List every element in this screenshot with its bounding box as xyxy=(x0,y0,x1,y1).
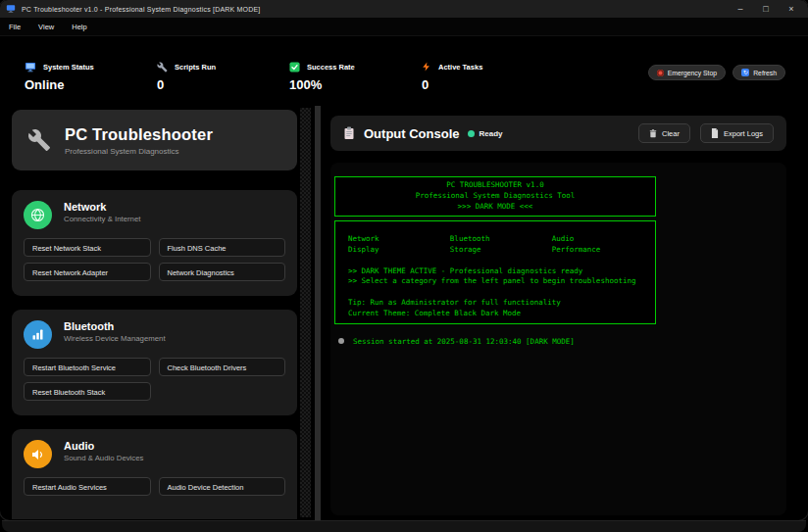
stat-active-tasks: Active Tasks 0 xyxy=(422,61,482,92)
sidebar-scrollbar[interactable] xyxy=(300,108,311,517)
reset-network-adapter-button[interactable]: Reset Network Adapter xyxy=(24,263,151,281)
console-line: PC TROUBLESHOOTER v1.0 xyxy=(335,180,655,191)
console-line: Network Bluetooth Audio xyxy=(348,234,655,245)
ready-status-dot xyxy=(468,130,475,137)
network-diagnostics-button[interactable]: Network Diagnostics xyxy=(159,263,286,281)
console-line xyxy=(348,256,655,266)
console-line: Current Theme: Complete Black Dark Mode xyxy=(348,309,655,319)
stat-value: 0 xyxy=(157,77,216,92)
app-title: PC Troubleshooter xyxy=(65,125,213,144)
stat-label: Scripts Run xyxy=(175,63,216,72)
clipboard-icon xyxy=(343,126,355,140)
console-line: >> Select a category from the left panel… xyxy=(348,276,655,287)
restart-bluetooth-service-button[interactable]: Restart Bluetooth Service xyxy=(24,358,151,376)
category-card-bluetooth: Bluetooth Wireless Device Management Res… xyxy=(12,310,297,415)
menu-bar: File View Help xyxy=(0,18,808,36)
reset-bluetooth-stack-button[interactable]: Reset Bluetooth Stack xyxy=(24,382,151,401)
emergency-stop-button[interactable]: Emergency Stop xyxy=(648,65,726,80)
sidebar: PC Troubleshooter Professional System Di… xyxy=(12,110,297,519)
menu-file[interactable]: File xyxy=(9,23,21,31)
window-bottom-edge xyxy=(2,520,806,532)
monitor-icon xyxy=(25,62,36,73)
audio-device-detection-button[interactable]: Audio Device Detection xyxy=(159,477,286,496)
clear-label: Clear xyxy=(662,129,680,138)
title-bar: PC Troubleshooter v1.0 - Professional Sy… xyxy=(0,0,808,18)
globe-icon xyxy=(24,201,52,229)
console-line xyxy=(348,223,655,234)
app-icon xyxy=(6,4,16,14)
console-line: >> DARK THEME ACTIVE - Professional diag… xyxy=(348,266,655,277)
restart-audio-services-button[interactable]: Restart Audio Services xyxy=(24,477,151,496)
console-title: Output Console xyxy=(364,126,460,141)
check-icon xyxy=(289,62,300,73)
clear-button[interactable]: Clear xyxy=(638,123,690,143)
check-bluetooth-drivers-button[interactable]: Check Bluetooth Drivers xyxy=(159,358,286,376)
close-button[interactable]: × xyxy=(781,2,802,16)
category-card-audio: Audio Sound & Audio Devices Restart Audi… xyxy=(12,429,297,519)
bolt-icon xyxy=(422,61,431,73)
window-title: PC Troubleshooter v1.0 - Professional Sy… xyxy=(22,6,261,13)
stat-scripts-run: Scripts Run 0 xyxy=(157,61,216,92)
speaker-icon xyxy=(24,440,52,468)
stat-system-status: System Status Online xyxy=(25,61,94,92)
panel-splitter[interactable] xyxy=(315,106,321,520)
sidebar-header-card: PC Troubleshooter Professional System Di… xyxy=(12,110,297,170)
console-body-box: Network Bluetooth Audio Display Storage … xyxy=(334,220,656,323)
emergency-stop-label: Emergency Stop xyxy=(668,70,717,76)
refresh-button[interactable]: ↻ Refresh xyxy=(732,65,785,80)
console-panel: Output Console Ready Clear Export Logs P… xyxy=(330,106,786,520)
export-logs-label: Export Logs xyxy=(724,129,763,138)
stat-value: 100% xyxy=(289,77,355,92)
refresh-label: Refresh xyxy=(753,70,777,76)
stat-label: Success Rate xyxy=(307,63,355,72)
console-line: Professional System Diagnostics Tool xyxy=(335,191,655,202)
main-area: PC Troubleshooter Professional System Di… xyxy=(0,106,808,520)
stat-value: Online xyxy=(25,77,94,92)
category-title: Audio xyxy=(64,440,144,452)
console-header: Output Console Ready Clear Export Logs xyxy=(330,116,786,151)
category-title: Network xyxy=(64,201,140,213)
category-card-network: Network Connectivity & Internet Reset Ne… xyxy=(12,190,297,296)
stat-label: Active Tasks xyxy=(438,63,482,72)
stat-success-rate: Success Rate 100% xyxy=(289,61,355,92)
maximize-button[interactable]: □ xyxy=(755,2,777,16)
signal-icon xyxy=(24,320,52,349)
ready-status-label: Ready xyxy=(480,129,503,138)
trash-icon xyxy=(649,129,657,138)
wrench-icon xyxy=(27,128,51,152)
minimize-button[interactable]: – xyxy=(730,2,751,16)
console-line: Display Storage Performance xyxy=(348,245,655,256)
stat-value: 0 xyxy=(422,77,482,92)
session-log-entry: Session started at 2025-08-31 12:03:40 [… xyxy=(338,337,786,346)
export-logs-button[interactable]: Export Logs xyxy=(700,123,774,143)
category-subtitle: Sound & Audio Devices xyxy=(64,454,144,464)
console-line xyxy=(348,287,655,298)
refresh-icon: ↻ xyxy=(741,69,749,76)
category-subtitle: Connectivity & Internet xyxy=(64,215,140,225)
console-output[interactable]: PC TROUBLESHOOTER v1.0 Professional Syst… xyxy=(330,163,786,515)
menu-view[interactable]: View xyxy=(38,23,54,31)
category-title: Bluetooth xyxy=(64,320,166,332)
app-subtitle: Professional System Diagnostics xyxy=(65,147,213,156)
session-log-text: Session started at 2025-08-31 12:03:40 [… xyxy=(353,337,575,346)
menu-help[interactable]: Help xyxy=(72,23,86,31)
category-subtitle: Wireless Device Management xyxy=(64,334,166,345)
console-line: Tip: Run as Administrator for full funct… xyxy=(348,298,655,309)
app-window: PC Troubleshooter v1.0 - Professional Sy… xyxy=(0,0,808,520)
stats-bar: System Status Online Scripts Run 0 Succe… xyxy=(0,39,808,102)
stat-label: System Status xyxy=(43,63,94,72)
console-banner-box: PC TROUBLESHOOTER v1.0 Professional Syst… xyxy=(334,176,656,217)
wrench-icon xyxy=(157,62,168,73)
flush-dns-cache-button[interactable]: Flush DNS Cache xyxy=(159,238,286,257)
console-line: >>> DARK MODE <<< xyxy=(335,202,655,213)
reset-network-stack-button[interactable]: Reset Network Stack xyxy=(24,238,151,257)
document-icon xyxy=(711,128,719,138)
stop-icon xyxy=(657,70,664,76)
log-bullet-icon xyxy=(338,338,344,344)
